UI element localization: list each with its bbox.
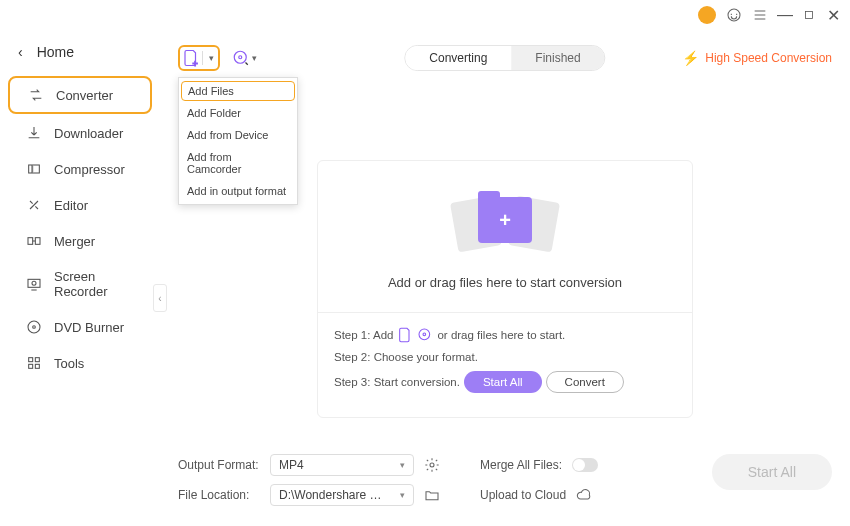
menu-add-output[interactable]: Add in output format xyxy=(179,180,297,202)
svg-rect-9 xyxy=(29,358,33,362)
upload-cloud-label: Upload to Cloud xyxy=(480,488,566,502)
dropzone[interactable]: + Add or drag files here to start conver… xyxy=(317,160,693,418)
tools-icon xyxy=(26,355,42,371)
start-all-button-small[interactable]: Start All xyxy=(464,371,542,393)
svg-rect-1 xyxy=(806,12,813,19)
step-3: Step 3: Start conversion. Start All Conv… xyxy=(334,371,676,393)
svg-point-17 xyxy=(423,333,426,336)
dropzone-top: + Add or drag files here to start conver… xyxy=(318,161,692,312)
compressor-icon xyxy=(26,161,42,177)
sidebar-item-label: Merger xyxy=(54,234,95,249)
folder-illustration: + xyxy=(450,187,560,257)
add-dropdown-menu: Add Files Add Folder Add from Device Add… xyxy=(178,77,298,205)
menu-add-camcorder[interactable]: Add from Camcorder xyxy=(179,146,297,180)
svg-point-7 xyxy=(28,321,40,333)
step-1: Step 1: Add or drag files here to start. xyxy=(334,327,676,343)
tab-finished[interactable]: Finished xyxy=(511,46,604,70)
svg-rect-5 xyxy=(28,279,40,287)
high-speed-label: High Speed Conversion xyxy=(705,51,832,65)
sidebar-item-dvd-burner[interactable]: DVD Burner xyxy=(8,310,152,344)
folder-open-icon[interactable] xyxy=(424,487,440,503)
svg-point-8 xyxy=(33,326,36,329)
sidebar-item-label: DVD Burner xyxy=(54,320,124,335)
editor-icon xyxy=(26,197,42,213)
svg-rect-10 xyxy=(35,358,39,362)
menu-add-folder[interactable]: Add Folder xyxy=(179,102,297,124)
toolbar: + ▾ ▾ Add Files Add Folder Add from Devi… xyxy=(178,36,832,80)
dropzone-text: Add or drag files here to start conversi… xyxy=(318,275,692,290)
svg-rect-2 xyxy=(29,165,40,173)
tab-converting[interactable]: Converting xyxy=(405,46,511,70)
back-icon[interactable]: ‹ xyxy=(18,44,23,60)
add-files-group: + ▾ ▾ Add Files Add Folder Add from Devi… xyxy=(178,45,257,71)
disc-plus-icon xyxy=(232,49,250,67)
svg-rect-4 xyxy=(35,238,40,245)
disc-plus-icon[interactable] xyxy=(417,327,433,343)
add-files-button[interactable]: + ▾ xyxy=(178,45,220,71)
maximize-button[interactable] xyxy=(802,8,816,22)
step-2: Step 2: Choose your format. xyxy=(334,351,676,363)
sidebar-item-screen-recorder[interactable]: Screen Recorder xyxy=(8,260,152,308)
sidebar-item-tools[interactable]: Tools xyxy=(8,346,152,380)
start-all-button[interactable]: Start All xyxy=(712,454,832,490)
svg-rect-12 xyxy=(35,364,39,368)
user-avatar-icon[interactable] xyxy=(698,6,716,24)
cloud-icon[interactable] xyxy=(576,487,592,503)
merger-icon xyxy=(26,233,42,249)
sidebar-item-label: Tools xyxy=(54,356,84,371)
status-tabs: Converting Finished xyxy=(404,45,605,71)
screen-recorder-icon xyxy=(26,276,42,292)
content-area: + ▾ ▾ Add Files Add Folder Add from Devi… xyxy=(160,30,850,526)
sidebar: ‹ Home Converter Downloader Compressor E… xyxy=(0,30,160,526)
convert-button[interactable]: Convert xyxy=(546,371,624,393)
sidebar-item-label: Screen Recorder xyxy=(54,269,134,299)
file-location-label: File Location: xyxy=(178,488,260,502)
sidebar-item-compressor[interactable]: Compressor xyxy=(8,152,152,186)
svg-point-18 xyxy=(430,463,434,467)
file-plus-icon: + xyxy=(182,49,200,67)
svg-point-6 xyxy=(32,281,36,285)
chevron-down-icon[interactable]: ▾ xyxy=(202,51,216,65)
dropzone-steps: Step 1: Add or drag files here to start.… xyxy=(318,312,692,417)
chevron-down-icon[interactable]: ▾ xyxy=(252,53,257,63)
title-bar: — ✕ xyxy=(0,0,850,30)
add-dvd-button[interactable]: ▾ xyxy=(232,49,257,67)
support-icon[interactable] xyxy=(726,7,742,23)
file-plus-icon[interactable] xyxy=(397,327,413,343)
settings-gear-icon[interactable] xyxy=(424,457,440,473)
footer: Output Format: MP4 ▾ Merge All Files: Fi… xyxy=(178,444,832,514)
svg-rect-3 xyxy=(28,238,33,245)
dvd-burner-icon xyxy=(26,319,42,335)
high-speed-badge[interactable]: ⚡ High Speed Conversion xyxy=(682,50,832,66)
sidebar-item-converter[interactable]: Converter xyxy=(8,76,152,114)
sidebar-item-downloader[interactable]: Downloader xyxy=(8,116,152,150)
output-format-row: Output Format: MP4 ▾ Merge All Files: xyxy=(178,454,712,476)
chevron-down-icon: ▾ xyxy=(400,460,405,470)
file-location-row: File Location: D:\Wondershare UniConvert… xyxy=(178,484,712,506)
svg-point-14 xyxy=(234,51,246,63)
home-nav[interactable]: ‹ Home xyxy=(0,38,160,74)
sidebar-item-label: Compressor xyxy=(54,162,125,177)
svg-point-15 xyxy=(239,56,242,59)
menu-icon[interactable] xyxy=(752,7,768,23)
minimize-button[interactable]: — xyxy=(778,8,792,22)
merge-files-label: Merge All Files: xyxy=(480,458,562,472)
output-format-select[interactable]: MP4 ▾ xyxy=(270,454,414,476)
chevron-down-icon: ▾ xyxy=(400,490,405,500)
svg-rect-11 xyxy=(29,364,33,368)
menu-add-files[interactable]: Add Files xyxy=(181,81,295,101)
sidebar-item-label: Downloader xyxy=(54,126,123,141)
bolt-icon: ⚡ xyxy=(682,50,699,66)
downloader-icon xyxy=(26,125,42,141)
converter-icon xyxy=(28,87,44,103)
sidebar-item-editor[interactable]: Editor xyxy=(8,188,152,222)
close-button[interactable]: ✕ xyxy=(826,8,840,22)
sidebar-item-label: Converter xyxy=(56,88,113,103)
home-label: Home xyxy=(37,44,74,60)
plus-icon: + xyxy=(499,209,511,232)
merge-files-toggle[interactable] xyxy=(572,458,598,472)
sidebar-item-merger[interactable]: Merger xyxy=(8,224,152,258)
output-format-label: Output Format: xyxy=(178,458,260,472)
menu-add-device[interactable]: Add from Device xyxy=(179,124,297,146)
file-location-select[interactable]: D:\Wondershare UniConverter 1 ▾ xyxy=(270,484,414,506)
